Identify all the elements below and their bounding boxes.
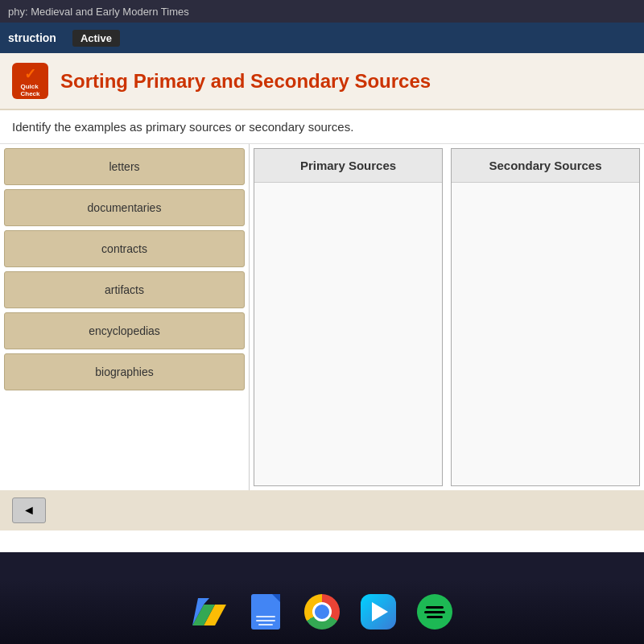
chrome-icon-shape (304, 594, 340, 630)
secondary-sources-zone[interactable]: Secondary Sources (451, 148, 640, 486)
source-item-biographies[interactable]: biographies (4, 353, 245, 390)
source-item-documentaries[interactable]: documentaries (4, 189, 245, 226)
primary-sources-zone[interactable]: Primary Sources (254, 148, 443, 486)
google-docs-icon[interactable] (246, 592, 286, 632)
quick-check-icon: ✓ QuickCheck (12, 63, 48, 99)
source-items-column: letters documentaries contracts artifact… (0, 144, 250, 490)
spotify-icon[interactable] (415, 592, 455, 632)
top-bar: phy: Medieval and Early Modern Times (0, 0, 644, 23)
source-item-contracts[interactable]: contracts (4, 230, 245, 267)
instruction-content: Identify the examples as primary sources… (12, 120, 353, 134)
spotify-icon-shape (417, 594, 452, 630)
nav-bar: struction Active (0, 23, 644, 53)
main-content: ✓ QuickCheck Sorting Primary and Seconda… (0, 53, 644, 552)
header-section: ✓ QuickCheck Sorting Primary and Seconda… (0, 53, 644, 110)
secondary-sources-header: Secondary Sources (452, 149, 639, 183)
secondary-sources-body[interactable] (452, 183, 639, 456)
primary-sources-header: Primary Sources (254, 149, 442, 183)
play-icon-shape (361, 594, 396, 630)
instruction-text: Identify the examples as primary sources… (0, 110, 644, 144)
google-chrome-icon[interactable] (302, 592, 342, 632)
google-drive-icon[interactable] (189, 592, 229, 632)
primary-sources-body[interactable] (254, 183, 442, 456)
quick-check-label: QuickCheck (20, 83, 39, 97)
source-item-artifacts[interactable]: artifacts (4, 271, 245, 308)
top-bar-title: phy: Medieval and Early Modern Times (8, 6, 189, 18)
docs-icon-shape (251, 594, 280, 630)
source-item-letters[interactable]: letters (4, 148, 245, 185)
back-button[interactable]: ◄ (12, 497, 46, 523)
taskbar (0, 580, 644, 644)
bottom-nav: ◄ (0, 490, 644, 530)
nav-instruction: struction (8, 31, 56, 44)
active-badge: Active (72, 30, 120, 47)
source-item-encyclopedias[interactable]: encyclopedias (4, 312, 245, 349)
check-symbol: ✓ (24, 65, 36, 83)
sorting-area: letters documentaries contracts artifact… (0, 144, 644, 490)
drop-zones-column: Primary Sources Secondary Sources (250, 144, 644, 490)
google-play-icon[interactable] (358, 592, 398, 632)
page-title: Sorting Primary and Secondary Sources (60, 70, 431, 93)
